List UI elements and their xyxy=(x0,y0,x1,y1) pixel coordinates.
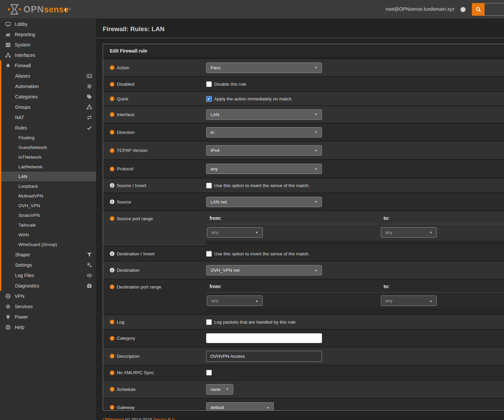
sidebar-item-ovh-vpn[interactable]: OVH_VPN xyxy=(1,201,96,211)
chevron-down-icon: ▼ xyxy=(315,167,318,171)
destination-port-from-select[interactable]: any▲ xyxy=(207,296,263,306)
form-row-interface: iInterface LAN▼ xyxy=(103,105,504,123)
protocol-select[interactable]: any▼ xyxy=(206,164,322,174)
interface-select[interactable]: LAN▼ xyxy=(206,109,322,120)
sidebar-item-stratovpn[interactable]: StratoVPN xyxy=(1,211,96,220)
info-icon[interactable]: i xyxy=(110,284,114,289)
sidebar-item-label: VPN xyxy=(15,293,24,299)
info-icon[interactable]: i xyxy=(110,320,114,324)
info-icon[interactable]: i xyxy=(110,268,114,272)
field-label: Direction xyxy=(117,130,135,135)
info-icon[interactable]: i xyxy=(110,82,114,87)
search-input[interactable] xyxy=(485,3,504,16)
description-input[interactable] xyxy=(206,351,322,362)
sidebar-item-automation[interactable]: Automation xyxy=(1,81,96,91)
chevron-up-icon: ▲ xyxy=(315,268,318,272)
checkbox-icon xyxy=(206,183,212,188)
sidebar-item-guestnetwork[interactable]: GuestNetwork xyxy=(1,143,96,152)
info-icon[interactable]: i xyxy=(110,216,114,221)
info-icon[interactable]: i xyxy=(110,370,114,375)
no-xmlrpc-sync-checkbox[interactable] xyxy=(206,370,212,375)
field-label: Action xyxy=(117,65,130,70)
info-icon[interactable]: i xyxy=(110,167,114,171)
sidebar-item-shaper[interactable]: Shaper xyxy=(1,249,96,260)
newspaper-icon xyxy=(86,73,92,79)
info-icon[interactable]: i xyxy=(110,199,114,204)
destination-invert-checkbox[interactable]: Use this option to invert the sense of t… xyxy=(206,251,310,257)
checkbox-icon xyxy=(206,319,212,325)
tcpip-version-select[interactable]: IPv4▼ xyxy=(206,145,322,156)
sidebar-item-help[interactable]: Help xyxy=(0,322,96,332)
sidebar-item-label: Shaper xyxy=(15,252,30,257)
sidebar-item-iotnetwork[interactable]: IoTNetwork xyxy=(1,152,96,162)
sidebar-item-log-files[interactable]: Log Files xyxy=(1,270,96,280)
port-range-footer-strip xyxy=(206,241,504,245)
sidebar-item-interfaces[interactable]: Interfaces xyxy=(0,50,96,60)
destination-select[interactable]: OVH_VPN net▲ xyxy=(206,265,322,275)
category-input[interactable] xyxy=(206,333,322,343)
sidebar-item-label: MullvadVPN xyxy=(18,193,43,198)
medkit-icon xyxy=(86,283,92,288)
deciso-footer-link[interactable]: Deciso B.V. xyxy=(153,417,176,420)
sidebar-item-aliases[interactable]: Aliases xyxy=(1,71,96,81)
destination-port-to-select[interactable]: any▲ xyxy=(381,296,437,306)
sidebar-item-floating[interactable]: Floating xyxy=(1,133,96,143)
sidebar-item-diagnostics[interactable]: Diagnostics xyxy=(1,280,96,291)
info-icon[interactable]: i xyxy=(110,112,114,117)
sidebar-item-rules[interactable]: Rules xyxy=(1,122,96,133)
sidebar-item-wireguard-group[interactable]: WireGuard (Group) xyxy=(1,240,96,249)
action-select[interactable]: Pass▼ xyxy=(206,63,322,73)
sidebar-item-firewall[interactable]: Firewall xyxy=(1,60,96,71)
port-range-footer-strip xyxy=(206,309,504,313)
source-port-from-select[interactable]: any▼ xyxy=(207,227,263,238)
sidebar-item-settings[interactable]: Settings xyxy=(1,260,96,270)
sidebar-item-lobby[interactable]: Lobby xyxy=(0,19,96,29)
info-icon[interactable]: i xyxy=(110,183,114,188)
sidebar-item-power[interactable]: Power xyxy=(0,312,96,322)
source-port-to-select[interactable]: any▼ xyxy=(381,227,437,238)
sidebar-item-categories[interactable]: Categories xyxy=(1,91,96,102)
quick-checkbox[interactable]: Apply the action immediately on match. xyxy=(206,96,293,102)
sidebar-item-tailscale[interactable]: Tailscale xyxy=(1,220,96,230)
sidebar-item-loopback[interactable]: Loopback xyxy=(1,181,96,191)
sidebar-item-groups[interactable]: Groups xyxy=(1,102,96,112)
sidebar-item-label: NAT xyxy=(15,115,24,120)
info-icon[interactable]: i xyxy=(110,130,114,135)
info-icon[interactable]: i xyxy=(110,336,114,341)
field-label: Destination port range xyxy=(117,284,161,289)
info-icon[interactable]: i xyxy=(110,387,114,392)
edit-firewall-rule-panel: Edit Firewall rule iAction Pass▼ iDisabl… xyxy=(103,44,504,411)
form-row-protocol: iProtocol any▼ xyxy=(103,159,504,178)
page-footer: OPNsense (c) 2014-2024 Deciso B.V. xyxy=(103,417,504,420)
info-icon[interactable]: i xyxy=(110,405,114,410)
sidebar-item-services[interactable]: Services xyxy=(0,301,96,312)
top-header-bar: OPNsense® ‹ root@OPNsense.luxdomain.xyz xyxy=(0,0,504,19)
sidebar-item-label: Interfaces xyxy=(15,53,35,58)
sidebar-item-lan[interactable]: LAN xyxy=(1,172,96,181)
log-checkbox[interactable]: Log packets that are handled by this rul… xyxy=(206,319,296,325)
search-button[interactable] xyxy=(472,3,485,16)
disabled-checkbox[interactable]: Disable this rule xyxy=(206,81,246,87)
direction-select[interactable]: in▼ xyxy=(206,127,322,138)
sidebar-item-vpn[interactable]: VPN xyxy=(0,291,96,301)
info-icon[interactable]: i xyxy=(110,354,114,358)
sidebar-item-system[interactable]: System xyxy=(0,39,96,50)
sidebar-item-wan[interactable]: WAN xyxy=(1,230,96,240)
info-icon[interactable]: i xyxy=(110,148,114,153)
info-icon[interactable]: i xyxy=(110,96,114,101)
source-invert-checkbox[interactable]: Use this option to invert the sense of t… xyxy=(206,183,310,188)
sidebar-item-reporting[interactable]: Reporting xyxy=(0,29,96,39)
tag-icon xyxy=(86,94,92,99)
sidebar-item-mullvadvpn[interactable]: MullvadVPN xyxy=(1,191,96,201)
info-icon[interactable]: i xyxy=(110,65,114,70)
info-icon[interactable]: i xyxy=(110,251,114,256)
gateway-select[interactable]: default▲ xyxy=(206,402,274,411)
sidebar-item-labnetwork[interactable]: LabNetwork xyxy=(1,162,96,172)
opnsense-logo[interactable]: OPNsense® xyxy=(7,3,71,15)
schedule-select[interactable]: none▼ xyxy=(206,384,233,395)
sidebar-collapse-icon[interactable]: ‹ xyxy=(65,5,67,13)
source-select[interactable]: LAN net▼ xyxy=(206,197,322,207)
opnsense-footer-link[interactable]: OPNsense xyxy=(103,417,124,420)
sidebar-item-nat[interactable]: NAT xyxy=(1,112,96,122)
form-row-gateway: iGateway default▲ xyxy=(103,398,504,411)
